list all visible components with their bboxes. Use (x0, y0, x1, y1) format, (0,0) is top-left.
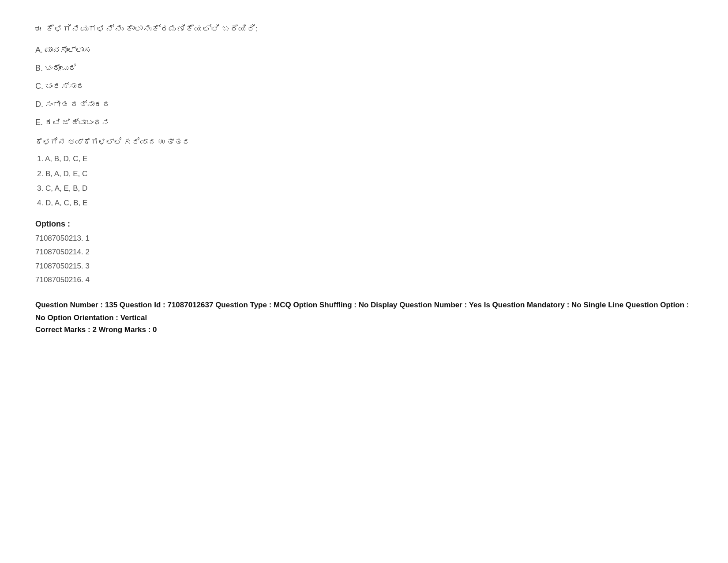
correct-marks-line: Correct Marks : 2 Wrong Marks : 0 (35, 325, 693, 334)
option-b: B. ಭಂದೋಂಬುಧಿ (35, 62, 693, 74)
options-section: Options : 71087050213. 1 71087050214. 2 … (35, 219, 693, 286)
options-label: Options : (35, 219, 693, 229)
answer-label: ಕೆಳಗಿನ ಆಯ್ಕೆಗಳಲ್ಲಿ ಸರಿಯಾದ ಉತ್ತರ (35, 137, 693, 147)
option-e-label: E. (35, 118, 43, 127)
answer-options-container: 1. A, B, D, C, E 2. B, A, D, E, C 3. C, … (37, 153, 693, 209)
question-meta: Question Number : 135 Question Id : 7108… (35, 299, 693, 325)
option-a-label: A. (35, 45, 43, 54)
option-code-3: 71087050215. 3 (35, 260, 693, 272)
option-d: D. ಸಂಗೀತ ರತ್ನಾಕರ (35, 98, 693, 110)
option-e: E. ಕವಿ ಜಿಹ್ವಾಬಂಧನ (35, 117, 693, 128)
question-container: ಈ ಕೆಳಗಿನವುಗಳನ್ನು ಕಾಲಾನುಕ್ರಮಣಿಕೆಯಲ್ಲಿ ಬರೆ… (35, 22, 693, 334)
option-code-1: 71087050213. 1 (35, 232, 693, 244)
option-d-label: D. (35, 100, 43, 109)
option-d-text: ಸಂಗೀತ ರತ್ನಾಕರ (45, 100, 111, 109)
answer-option-1: 1. A, B, D, C, E (37, 153, 693, 165)
answer-option-4-number: 4. (37, 199, 43, 207)
option-c-text: ಭಂಧಸ್ಸಾರ (45, 82, 85, 91)
option-e-text: ಕವಿ ಜಿಹ್ವಾಬಂಧನ (45, 118, 109, 127)
answer-option-2-number: 2. (37, 170, 43, 178)
answer-option-3-number: 3. (37, 184, 43, 193)
answer-option-1-number: 1. (37, 155, 43, 163)
option-a: A. ಮಾನಸೋಲ್ಲಾಸ (35, 44, 693, 56)
option-b-label: B. (35, 64, 43, 72)
answer-option-2: 2. B, A, D, E, C (37, 168, 693, 180)
option-a-text: ಮಾನಸೋಲ್ಲಾಸ (45, 45, 91, 54)
answer-option-3: 3. C, A, E, B, D (37, 182, 693, 194)
question-instruction: ಈ ಕೆಳಗಿನವುಗಳನ್ನು ಕಾಲಾನುಕ್ರಮಣಿಕೆಯಲ್ಲಿ ಬರೆ… (35, 22, 693, 35)
option-c: C. ಭಂಧಸ್ಸಾರ (35, 80, 693, 92)
option-b-text: ಭಂದೋಂಬುಧಿ (45, 64, 77, 72)
option-c-label: C. (35, 82, 43, 91)
answer-option-4: 4. D, A, C, B, E (37, 197, 693, 209)
option-code-4: 71087050216. 4 (35, 274, 693, 286)
option-code-2: 71087050214. 2 (35, 246, 693, 258)
